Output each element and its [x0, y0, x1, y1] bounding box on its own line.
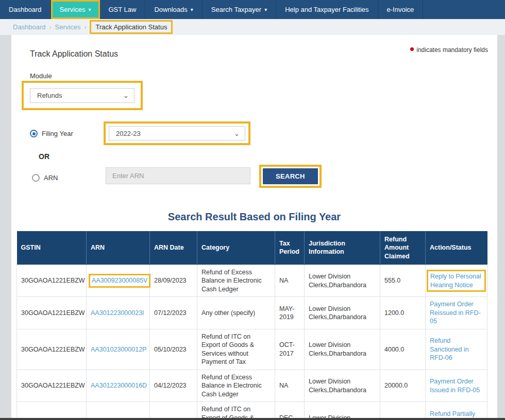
- column-header-tax-period: Tax Period: [275, 231, 305, 265]
- tax-period-cell: MAY-2019: [275, 297, 305, 329]
- table-row: 30GOAOA1221EBZW AA300923000085V 28/09/20…: [17, 265, 487, 297]
- results-table: GSTIN ARN ARN Date Category Tax Period J…: [16, 231, 487, 420]
- nav-item-e-invoice[interactable]: e-Invoice: [378, 0, 424, 19]
- gstin-cell: 30GOAOA1221EBZW: [17, 370, 87, 402]
- refund-amount-cell: 2000.0: [380, 402, 426, 420]
- category-cell: Any other (specify): [197, 297, 275, 329]
- chevron-down-icon: ⌄: [123, 92, 129, 99]
- action-status-link[interactable]: Reply to Personal Hearing Notice: [430, 273, 481, 289]
- column-header-jurisdiction: Jurisdiction Information: [305, 231, 380, 265]
- refund-amount-cell: 555.0: [380, 265, 426, 297]
- refund-amount-cell: 4000.0: [380, 329, 426, 370]
- breadcrumb-separator: ›: [84, 24, 86, 31]
- arn-date-cell: 07/12/2023: [150, 297, 197, 329]
- arn-radio-row: ARN: [32, 174, 58, 182]
- breadcrumb-services[interactable]: Services: [55, 23, 81, 31]
- arn-input[interactable]: [106, 167, 250, 184]
- nav-label: Dashboard: [9, 6, 42, 13]
- filing-year-highlight-box: 2022-23 ⌄: [104, 121, 250, 145]
- jurisdiction-cell: Lower Division Clerks,Dharbandora: [305, 402, 380, 420]
- arn-date-cell: 04/12/2023: [150, 402, 197, 420]
- refund-amount-cell: 1200.0: [380, 297, 426, 329]
- filing-year-select[interactable]: 2022-23 ⌄: [109, 126, 245, 141]
- column-header-arn-date: ARN Date: [150, 231, 197, 265]
- column-header-refund-amount: Refund Amount Claimed: [380, 231, 426, 265]
- arn-link[interactable]: AA301223000023I: [91, 309, 144, 317]
- gstin-cell: 30GOAOA1221EBZW: [17, 402, 87, 420]
- arn-label: ARN: [44, 174, 58, 182]
- table-row: 30GOAOA1221EBZW AA301223000023I 07/12/20…: [17, 297, 487, 329]
- gstin-cell: 30GOAOA1221EBZW: [17, 297, 87, 329]
- category-cell: Refund of Excess Balance in Electronic C…: [197, 265, 275, 297]
- arn-date-cell: 04/12/2023: [150, 370, 197, 402]
- category-cell: Refund of ITC on Export of Goods & Servi…: [197, 329, 275, 370]
- arn-link[interactable]: AA300923000085V: [92, 277, 147, 284]
- nav-item-services[interactable]: Services ▾: [51, 0, 100, 19]
- jurisdiction-cell: Lower Division Clerks,Dharbandora: [305, 265, 380, 297]
- nav-label: GST Law: [109, 6, 137, 13]
- column-header-action-status: Action/Status: [426, 231, 487, 265]
- nav-item-dashboard[interactable]: Dashboard: [0, 0, 51, 19]
- tax-period-cell: NA: [275, 265, 305, 297]
- tax-period-cell: NA: [275, 370, 305, 402]
- page-title: Track Application Status: [30, 49, 118, 59]
- or-label: OR: [39, 152, 49, 161]
- gstin-cell: 30GOAOA1221EBZW: [17, 265, 87, 297]
- table-row: 30GOAOA1221EBZW AA301223000017B 04/12/20…: [17, 402, 487, 420]
- arn-link[interactable]: AA301023000012P: [91, 346, 146, 353]
- action-status-link[interactable]: Refund Sanctioned in RFD-06: [430, 337, 469, 361]
- filing-year-radio[interactable]: [30, 130, 38, 137]
- action-status-link[interactable]: Payment Order Reissued in RFD-05: [430, 301, 481, 325]
- mandatory-fields-note: indicates mandatory fields: [410, 46, 488, 54]
- category-cell: Refund of Excess Balance in Electronic C…: [197, 370, 275, 402]
- refund-amount-cell: 20000.0: [380, 370, 426, 402]
- nav-item-gst-law[interactable]: GST Law: [100, 0, 146, 19]
- search-highlight-box: SEARCH: [259, 165, 322, 188]
- chevron-down-icon: ▾: [88, 7, 91, 12]
- results-heading: Search Result Based on Filing Year: [11, 211, 497, 223]
- top-navbar: Dashboard Services ▾ GST Law Downloads ▾…: [0, 0, 505, 19]
- nav-label: Downloads: [154, 6, 187, 13]
- arn-date-cell: 28/09/2023: [150, 265, 197, 297]
- column-header-arn: ARN: [87, 231, 150, 265]
- track-status-form: Track Application Status indicates manda…: [11, 35, 497, 210]
- table-row: 30GOAOA1221EBZW AA301223000016D 04/12/20…: [17, 370, 487, 402]
- column-header-category: Category: [197, 231, 275, 265]
- arn-highlight-box: AA300923000085V: [89, 274, 150, 288]
- nav-item-help-taxpayer-facilities[interactable]: Help and Taxpayer Facilities: [276, 0, 378, 19]
- mandatory-note-text: indicates mandatory fields: [416, 46, 488, 54]
- table-header-row: GSTIN ARN ARN Date Category Tax Period J…: [17, 231, 487, 265]
- arn-link[interactable]: AA301223000016D: [91, 382, 147, 389]
- nav-label: Help and Taxpayer Facilities: [285, 6, 368, 13]
- action-highlight-box: Reply to Personal Hearing Notice: [427, 270, 486, 292]
- gstin-cell: 30GOAOA1221EBZW: [17, 329, 87, 370]
- nav-label: e-Invoice: [387, 6, 414, 13]
- tax-period-cell: OCT-2017: [275, 329, 305, 370]
- main-panel: Track Application Status indicates manda…: [11, 35, 497, 418]
- breadcrumb: Dashboard › Services › Track Application…: [0, 19, 505, 35]
- filing-year-select-value: 2022-23: [116, 130, 141, 137]
- arn-radio[interactable]: [32, 174, 40, 182]
- search-button[interactable]: SEARCH: [263, 168, 318, 184]
- module-select[interactable]: Refunds ⌄: [30, 88, 134, 103]
- tax-period-cell: DEC-2017: [275, 402, 305, 420]
- chevron-down-icon: ▾: [264, 7, 267, 12]
- jurisdiction-cell: Lower Division Clerks,Dharbandora: [305, 370, 380, 402]
- table-row: 30GOAOA1221EBZW AA301023000012P 05/10/20…: [17, 329, 487, 370]
- breadcrumb-current: Track Application Status: [90, 20, 173, 34]
- nav-label: Search Taxpayer: [211, 6, 261, 13]
- nav-item-downloads[interactable]: Downloads ▾: [145, 0, 202, 19]
- module-select-value: Refunds: [37, 92, 62, 99]
- module-label: Module: [30, 72, 52, 80]
- action-status-link[interactable]: Payment Order Issued in RFD-05: [430, 378, 480, 394]
- filing-year-label: Filing Year: [42, 130, 73, 137]
- chevron-down-icon: ▾: [191, 7, 193, 12]
- nav-item-search-taxpayer[interactable]: Search Taxpayer ▾: [203, 0, 276, 19]
- category-cell: Refund of ITC on Export of Goods & Servi…: [197, 402, 275, 420]
- jurisdiction-cell: Lower Division Clerks,Dharbandora: [305, 297, 380, 329]
- filing-year-radio-row: Filing Year: [30, 130, 73, 137]
- column-header-gstin: GSTIN: [17, 231, 87, 265]
- mandatory-dot-icon: [410, 47, 414, 51]
- module-highlight-box: Refunds ⌄: [22, 81, 143, 110]
- breadcrumb-dashboard[interactable]: Dashboard: [13, 23, 46, 31]
